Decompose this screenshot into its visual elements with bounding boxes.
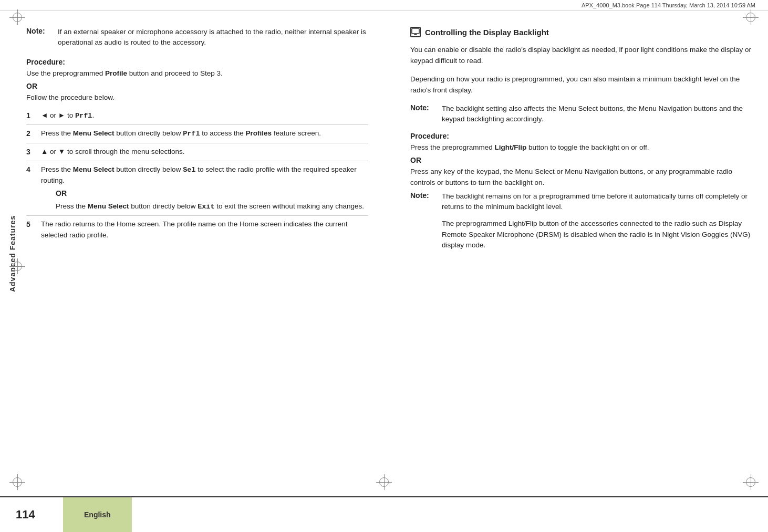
- right-proc-end: button to toggle the backlight on or off…: [526, 143, 649, 151]
- right-proc-pre: Press the preprogrammed: [410, 143, 495, 151]
- step2-post: to access the: [200, 129, 246, 137]
- right-note2-text2: The preprogrammed Light/Flip button of t…: [442, 218, 752, 251]
- right-proc-bold: Light/Flip: [495, 143, 527, 151]
- step2-end: feature screen.: [272, 129, 321, 137]
- right-column: Controlling the Display Backlight You ca…: [400, 27, 752, 496]
- book-info: APX_4000_M3.book Page 114 Thursday, Marc…: [582, 2, 755, 8]
- top-bar: APX_4000_M3.book Page 114 Thursday, Marc…: [0, 0, 768, 11]
- step1-end: .: [92, 111, 94, 119]
- step-number-1: 1: [26, 110, 37, 121]
- note-label: Note:: [26, 27, 51, 48]
- content-area: Note: If an external speaker or micropho…: [0, 11, 768, 496]
- page-number: 114: [0, 497, 63, 532]
- right-procedure-line1: Press the preprogrammed Light/Flip butto…: [410, 142, 752, 153]
- note-text: If an external speaker or microphone acc…: [58, 27, 368, 48]
- right-note1-label: Note:: [410, 103, 435, 125]
- step2-bold1: Menu Select: [73, 129, 115, 137]
- or-text-right: OR: [410, 156, 752, 164]
- step4-or-pre: Press the: [56, 202, 88, 210]
- right-note2-text-container: The backlight remains on for a preprogra…: [442, 191, 752, 251]
- section-icon-svg: [411, 28, 420, 36]
- step4-or-bold: Menu Select: [88, 202, 129, 210]
- side-label-container: Advanced Features: [0, 11, 25, 496]
- bottom-bar: 114 English: [0, 496, 768, 532]
- procedure-line2: Follow the procedure below.: [26, 92, 368, 103]
- step-item-2: 2 Press the Menu Select button directly …: [26, 125, 368, 143]
- step1-arrow: ◄ or ► to: [41, 111, 75, 119]
- main-content: Advanced Features Note: If an external s…: [0, 11, 768, 496]
- right-note2-text1: The backlight remains on for a preprogra…: [442, 191, 752, 213]
- step-content-4: Press the Menu Select button directly be…: [41, 164, 368, 213]
- step2-mono: Prfl: [183, 130, 200, 138]
- step-number-5: 5: [26, 219, 37, 230]
- section-heading-text: Controlling the Display Backlight: [425, 28, 549, 37]
- right-paragraph2: Depending on how your radio is preprogra…: [410, 74, 752, 96]
- procedure-heading-right: Procedure:: [410, 132, 752, 140]
- step4-or-text: Press the Menu Select button directly be…: [56, 201, 368, 212]
- procedure-line1: Use the preprogrammed Profile button and…: [26, 68, 368, 79]
- step2-pre: Press the: [41, 129, 73, 137]
- note-block: Note: If an external speaker or micropho…: [26, 27, 368, 48]
- left-column: Note: If an external speaker or micropho…: [26, 27, 379, 496]
- step-item-5: 5 The radio returns to the Home screen. …: [26, 216, 368, 244]
- svg-rect-0: [412, 28, 419, 34]
- step4-pre: Press the: [41, 165, 73, 173]
- step1-mono: Prfl: [75, 112, 92, 120]
- step-item-1: 1 ◄ or ► to Prfl.: [26, 107, 368, 125]
- language-tab: English: [63, 497, 132, 532]
- procedure-pre: Use the preprogrammed: [26, 69, 105, 77]
- section-heading-right: Controlling the Display Backlight: [410, 27, 752, 37]
- step4-or-mid: button directly below: [129, 202, 198, 210]
- right-paragraph1: You can enable or disable the radio's di…: [410, 45, 752, 67]
- step4-mono1: Sel: [183, 166, 195, 174]
- procedure-profile-bold: Profile: [105, 69, 127, 77]
- step4-bold1: Menu Select: [73, 165, 115, 173]
- step-number-3: 3: [26, 147, 37, 158]
- step-content-2: Press the Menu Select button directly be…: [41, 128, 368, 139]
- or-text-left: OR: [26, 82, 368, 90]
- right-procedure-line2: Press any key of the keypad, the Menu Se…: [410, 166, 752, 188]
- step-item-4: 4 Press the Menu Select button directly …: [26, 161, 368, 216]
- right-note2-block: Note: The backlight remains on for a pre…: [410, 191, 752, 251]
- step2-bold2: Profiles: [246, 129, 272, 137]
- step4-or-end: to exit the screen without making any ch…: [215, 202, 364, 210]
- right-note2-label: Note:: [410, 191, 435, 200]
- step4-or-mono: Exit: [198, 203, 214, 211]
- procedure-post: button and proceed to Step 3.: [127, 69, 223, 77]
- step-item-3: 3 ▲ or ▼ to scroll through the menu sele…: [26, 143, 368, 161]
- section-icon: [410, 27, 421, 37]
- step-content-3: ▲ or ▼ to scroll through the menu select…: [41, 147, 368, 157]
- step2-mid: button directly below: [115, 129, 183, 137]
- side-label-text: Advanced Features: [8, 215, 17, 292]
- step-number-4: 4: [26, 164, 37, 175]
- right-note1-block: Note: The backlight setting also affects…: [410, 103, 752, 125]
- steps-list: 1 ◄ or ► to Prfl. 2 Press the Menu Selec…: [26, 107, 368, 244]
- step4-or: OR: [56, 188, 368, 199]
- step-content-1: ◄ or ► to Prfl.: [41, 110, 368, 121]
- page-container: APX_4000_M3.book Page 114 Thursday, Marc…: [0, 0, 768, 532]
- step4-mid: button directly below: [115, 165, 183, 173]
- procedure-heading-left: Procedure:: [26, 58, 368, 66]
- step-number-2: 2: [26, 128, 37, 139]
- right-note1-text: The backlight setting also affects the M…: [442, 103, 752, 125]
- step-content-5: The radio returns to the Home screen. Th…: [41, 219, 368, 241]
